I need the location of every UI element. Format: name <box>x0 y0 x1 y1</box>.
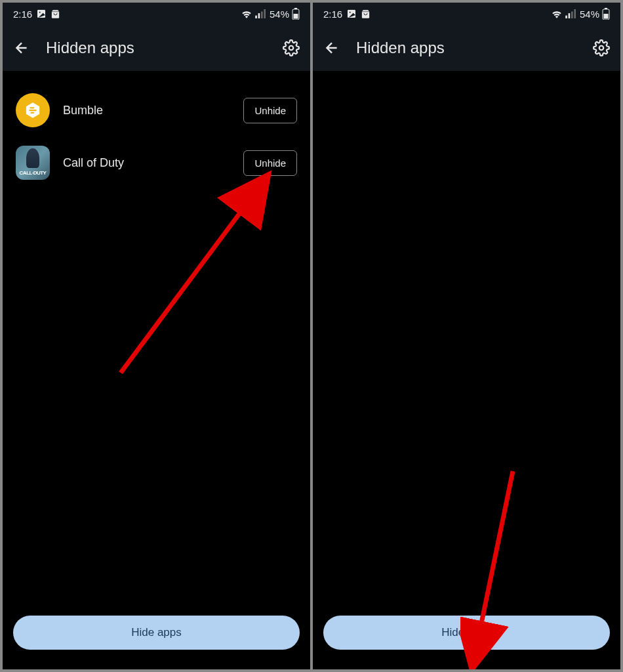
svg-rect-10 <box>30 107 34 108</box>
wifi-icon <box>241 9 252 18</box>
svg-rect-18 <box>571 12 573 19</box>
app-header: Hidden apps <box>313 25 620 71</box>
svg-rect-22 <box>604 14 609 19</box>
svg-line-13 <box>121 181 264 373</box>
battery-percent: 54% <box>580 9 599 20</box>
svg-rect-11 <box>29 110 37 111</box>
page-title: Hidden apps <box>356 39 577 57</box>
unhide-button-cod[interactable]: Unhide <box>243 150 297 176</box>
battery-percent: 54% <box>270 9 289 20</box>
svg-rect-8 <box>294 14 298 19</box>
svg-rect-2 <box>255 16 257 18</box>
wifi-icon <box>551 9 563 18</box>
app-name-label: Bumble <box>63 104 230 117</box>
shopping-bag-icon <box>50 9 60 19</box>
svg-point-15 <box>350 12 351 13</box>
status-bar: 2:16 54% <box>3 3 310 25</box>
svg-point-23 <box>599 46 604 51</box>
shopping-bag-icon <box>361 9 371 19</box>
bottom-bar: Hide apps <box>313 605 620 669</box>
signal-icon <box>565 9 577 18</box>
hide-apps-button[interactable]: Hide apps <box>323 616 610 650</box>
back-arrow-icon[interactable] <box>13 39 30 56</box>
svg-rect-12 <box>31 112 35 114</box>
settings-gear-icon[interactable] <box>593 39 610 56</box>
svg-rect-5 <box>264 9 266 18</box>
unhide-button-bumble[interactable]: Unhide <box>243 98 297 123</box>
phone-left: 2:16 54% Hidden apps <box>3 3 310 669</box>
svg-rect-4 <box>261 12 263 19</box>
status-time: 2:16 <box>323 9 342 20</box>
svg-rect-16 <box>565 16 567 18</box>
app-name-label: Call of Duty <box>63 156 230 170</box>
cod-app-icon: CALL·DUTY <box>16 146 50 180</box>
svg-rect-3 <box>258 13 260 18</box>
status-bar: 2:16 54% <box>313 3 620 25</box>
settings-gear-icon[interactable] <box>283 39 300 56</box>
empty-app-list <box>313 71 620 605</box>
svg-rect-17 <box>569 13 571 18</box>
status-time: 2:16 <box>13 9 32 20</box>
battery-icon <box>602 8 610 20</box>
app-header: Hidden apps <box>3 25 310 71</box>
svg-point-1 <box>39 12 41 13</box>
annotation-arrow-icon <box>114 169 285 379</box>
battery-icon <box>292 8 300 20</box>
page-title: Hidden apps <box>46 39 267 57</box>
svg-point-9 <box>289 46 294 51</box>
app-row-cod: CALL·DUTY Call of Duty Unhide <box>3 136 310 189</box>
picture-icon <box>346 9 357 19</box>
app-list: Bumble Unhide CALL·DUTY Call of Duty Unh… <box>3 71 310 605</box>
app-row-bumble: Bumble Unhide <box>3 84 310 136</box>
phone-right: 2:16 54% Hidden apps <box>313 3 620 669</box>
svg-rect-19 <box>574 9 576 18</box>
signal-icon <box>255 9 267 18</box>
back-arrow-icon[interactable] <box>323 39 340 56</box>
picture-icon <box>36 9 47 19</box>
bottom-bar: Hide apps <box>3 605 310 669</box>
bumble-app-icon <box>16 93 50 127</box>
hide-apps-button[interactable]: Hide apps <box>13 616 300 650</box>
